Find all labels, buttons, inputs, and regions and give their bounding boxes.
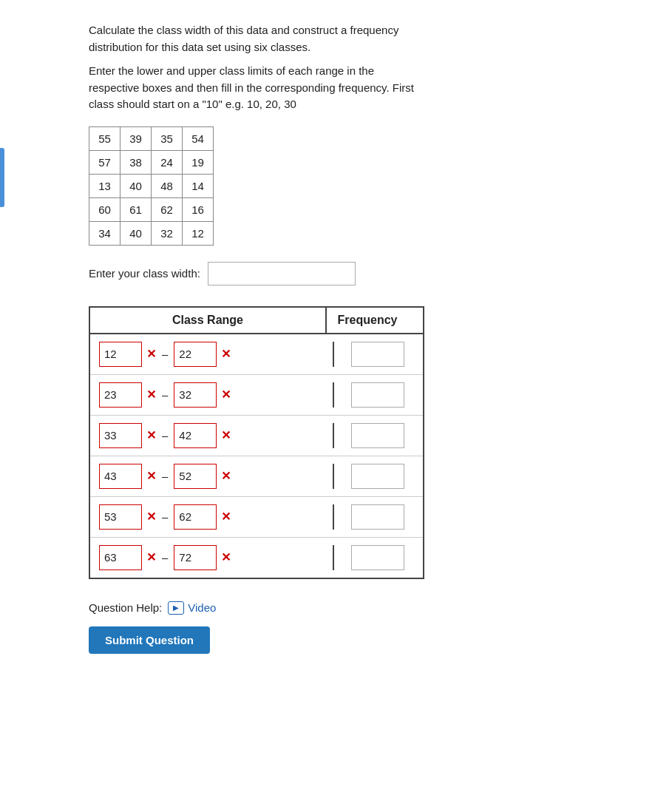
lower-bound-input-5[interactable] bbox=[99, 545, 142, 570]
class-range-cell: ✕ – ✕ bbox=[99, 382, 334, 408]
lower-x-btn-4[interactable]: ✕ bbox=[146, 510, 156, 524]
freq-row: ✕ – ✕ bbox=[90, 497, 423, 538]
freq-row: ✕ – ✕ bbox=[90, 456, 423, 497]
video-icon: ▶ bbox=[168, 601, 184, 615]
frequency-cell-5 bbox=[334, 545, 414, 570]
data-cell: 40 bbox=[121, 221, 152, 245]
frequency-input-2[interactable] bbox=[351, 423, 404, 448]
data-cell: 38 bbox=[121, 150, 152, 174]
dash-2: – bbox=[162, 429, 168, 442]
question-help-label: Question Help: bbox=[89, 601, 162, 614]
upper-bound-input-4[interactable] bbox=[174, 504, 217, 530]
class-range-cell: ✕ – ✕ bbox=[99, 423, 334, 448]
lower-bound-input-0[interactable] bbox=[99, 342, 142, 367]
video-label: Video bbox=[188, 601, 216, 614]
data-table: 5539355457382419134048146061621634403212 bbox=[89, 126, 214, 246]
question-help-row: Question Help: ▶ Video bbox=[89, 601, 642, 615]
lower-bound-input-1[interactable] bbox=[99, 382, 142, 408]
instruction-line2: Enter the lower and upper class limits o… bbox=[89, 63, 642, 113]
frequency-input-0[interactable] bbox=[351, 342, 404, 367]
data-cell: 24 bbox=[152, 150, 183, 174]
upper-x-btn-1[interactable]: ✕ bbox=[221, 388, 231, 402]
frequency-input-3[interactable] bbox=[351, 464, 404, 489]
lower-bound-input-2[interactable] bbox=[99, 423, 142, 448]
frequency-input-4[interactable] bbox=[351, 504, 404, 530]
instruction-line1: Calculate the class width of this data a… bbox=[89, 22, 642, 55]
frequency-cell-0 bbox=[334, 342, 414, 367]
freq-row: ✕ – ✕ bbox=[90, 334, 423, 375]
upper-x-btn-4[interactable]: ✕ bbox=[221, 510, 231, 524]
class-width-row: Enter your class width: bbox=[89, 262, 642, 285]
frequency-input-5[interactable] bbox=[351, 545, 404, 570]
upper-bound-input-5[interactable] bbox=[174, 545, 217, 570]
dash-4: – bbox=[162, 510, 168, 523]
class-range-cell: ✕ – ✕ bbox=[99, 504, 334, 530]
freq-row: ✕ – ✕ bbox=[90, 416, 423, 456]
left-accent-bar bbox=[0, 148, 4, 207]
data-cell: 13 bbox=[89, 174, 121, 197]
class-range-cell: ✕ – ✕ bbox=[99, 342, 334, 367]
data-cell: 35 bbox=[152, 126, 183, 150]
instructions: Calculate the class width of this data a… bbox=[89, 22, 642, 113]
lower-x-btn-0[interactable]: ✕ bbox=[146, 347, 156, 361]
dash-1: – bbox=[162, 388, 168, 401]
frequency-cell-4 bbox=[334, 504, 414, 530]
frequency-table: Class Range Frequency ✕ – ✕ ✕ – ✕ bbox=[89, 306, 424, 579]
data-cell: 61 bbox=[121, 197, 152, 221]
upper-bound-input-1[interactable] bbox=[174, 382, 217, 408]
submit-button[interactable]: Submit Question bbox=[89, 626, 210, 654]
upper-x-btn-5[interactable]: ✕ bbox=[221, 550, 231, 564]
lower-x-btn-1[interactable]: ✕ bbox=[146, 388, 156, 402]
dash-0: – bbox=[162, 348, 168, 360]
class-range-header: Class Range bbox=[90, 308, 327, 333]
class-width-label: Enter your class width: bbox=[89, 267, 200, 280]
data-cell: 55 bbox=[89, 126, 121, 150]
upper-bound-input-2[interactable] bbox=[174, 423, 217, 448]
data-cell: 39 bbox=[121, 126, 152, 150]
data-cell: 16 bbox=[183, 197, 214, 221]
upper-bound-input-3[interactable] bbox=[174, 464, 217, 489]
freq-row: ✕ – ✕ bbox=[90, 538, 423, 578]
frequency-cell-3 bbox=[334, 464, 414, 489]
data-cell: 48 bbox=[152, 174, 183, 197]
frequency-input-1[interactable] bbox=[351, 382, 404, 408]
class-width-input[interactable] bbox=[208, 262, 356, 285]
data-cell: 40 bbox=[121, 174, 152, 197]
data-cell: 32 bbox=[152, 221, 183, 245]
data-cell: 60 bbox=[89, 197, 121, 221]
class-range-cell: ✕ – ✕ bbox=[99, 464, 334, 489]
dash-3: – bbox=[162, 470, 168, 482]
upper-x-btn-2[interactable]: ✕ bbox=[221, 428, 231, 442]
data-cell: 14 bbox=[183, 174, 214, 197]
freq-row: ✕ – ✕ bbox=[90, 375, 423, 416]
upper-x-btn-3[interactable]: ✕ bbox=[221, 469, 231, 483]
frequency-header: Frequency bbox=[327, 308, 408, 333]
lower-x-btn-2[interactable]: ✕ bbox=[146, 428, 156, 442]
data-cell: 12 bbox=[183, 221, 214, 245]
frequency-cell-1 bbox=[334, 382, 414, 408]
video-link[interactable]: ▶ Video bbox=[168, 601, 216, 615]
lower-bound-input-4[interactable] bbox=[99, 504, 142, 530]
upper-x-btn-0[interactable]: ✕ bbox=[221, 347, 231, 361]
data-cell: 62 bbox=[152, 197, 183, 221]
lower-x-btn-5[interactable]: ✕ bbox=[146, 550, 156, 564]
upper-bound-input-0[interactable] bbox=[174, 342, 217, 367]
lower-bound-input-3[interactable] bbox=[99, 464, 142, 489]
dash-5: – bbox=[162, 551, 168, 564]
data-cell: 34 bbox=[89, 221, 121, 245]
data-cell: 19 bbox=[183, 150, 214, 174]
freq-table-header: Class Range Frequency bbox=[90, 308, 423, 334]
data-cell: 54 bbox=[183, 126, 214, 150]
lower-x-btn-3[interactable]: ✕ bbox=[146, 469, 156, 483]
frequency-cell-2 bbox=[334, 423, 414, 448]
data-cell: 57 bbox=[89, 150, 121, 174]
class-range-cell: ✕ – ✕ bbox=[99, 545, 334, 570]
